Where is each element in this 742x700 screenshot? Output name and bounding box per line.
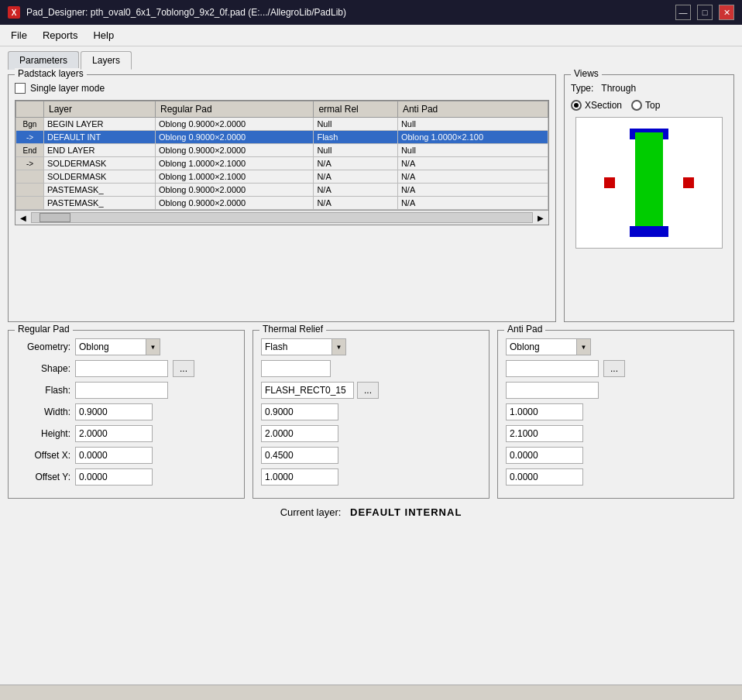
table-row[interactable]: SOLDERMASKOblong 1.0000×2.1000N/AN/A bbox=[16, 170, 548, 184]
table-row[interactable]: BgnBEGIN LAYEROblong 0.9000×2.0000NullNu… bbox=[16, 118, 548, 131]
offsety-row-regular: Offset Y: bbox=[16, 468, 236, 486]
width-input-thermal[interactable] bbox=[261, 403, 338, 420]
geometry-select-arrow-regular[interactable]: ▼ bbox=[146, 339, 160, 355]
row-thermal-cell: Flash bbox=[314, 131, 398, 144]
padstack-layers-label: Padstack layers bbox=[15, 68, 87, 79]
pad-visual bbox=[575, 117, 723, 249]
shape-dots-button-antipad[interactable]: ... bbox=[603, 360, 625, 377]
radio-top[interactable]: Top bbox=[631, 100, 660, 111]
window-controls[interactable]: — □ ✕ bbox=[675, 5, 734, 20]
flash-row-antipad bbox=[506, 382, 726, 399]
menu-help[interactable]: Help bbox=[85, 27, 122, 43]
row-label-cell: End bbox=[16, 144, 44, 157]
row-thermal-cell: N/A bbox=[314, 197, 398, 210]
table-row[interactable]: PASTEMASK_Oblong 0.9000×2.0000N/AN/A bbox=[16, 197, 548, 210]
shape-dots-button-regular[interactable]: ... bbox=[173, 360, 194, 377]
height-input-antipad[interactable] bbox=[506, 425, 583, 442]
offsety-input-antipad[interactable] bbox=[506, 468, 583, 486]
geometry-select-arrow-antipad[interactable]: ▼ bbox=[576, 339, 590, 355]
menu-file[interactable]: File bbox=[3, 27, 35, 43]
table-row[interactable]: ->SOLDERMASKOblong 1.0000×2.1000N/AN/A bbox=[16, 157, 548, 170]
flash-input-antipad[interactable] bbox=[506, 382, 599, 399]
row-regular-pad-cell: Oblong 1.0000×2.1000 bbox=[156, 170, 314, 184]
thermal-relief-group: Thermal Relief Flash ▼ ... bbox=[252, 330, 490, 499]
shape-input-regular[interactable] bbox=[75, 360, 168, 377]
scroll-left-arrow[interactable]: ◀ bbox=[17, 214, 29, 222]
row-antipad-cell: Null bbox=[397, 118, 548, 131]
tab-parameters[interactable]: Parameters bbox=[8, 51, 79, 70]
row-layer-cell: SOLDERMASK bbox=[44, 157, 156, 170]
scroll-right-arrow[interactable]: ▶ bbox=[534, 214, 547, 222]
geometry-select-arrow-thermal[interactable]: ▼ bbox=[331, 339, 345, 355]
maximize-button[interactable]: □ bbox=[697, 5, 713, 20]
window-title: Pad_Designer: pth_oval0_6x1_7oblong0_9x2… bbox=[26, 7, 346, 18]
geometry-select-thermal[interactable]: Flash ▼ bbox=[261, 338, 346, 355]
geometry-select-regular[interactable]: Oblong ▼ bbox=[75, 338, 160, 355]
shape-row-thermal bbox=[261, 360, 481, 377]
single-layer-checkbox[interactable] bbox=[15, 83, 26, 94]
minimize-button[interactable]: — bbox=[675, 5, 691, 20]
layers-table-scroll[interactable]: Layer Regular Pad ermal Rel Anti Pad Bgn… bbox=[15, 101, 548, 210]
offsety-row-antipad bbox=[506, 468, 726, 486]
tab-layers[interactable]: Layers bbox=[81, 51, 132, 70]
flash-dots-button-thermal[interactable]: ... bbox=[357, 382, 379, 399]
offsety-input-regular[interactable] bbox=[75, 468, 153, 486]
table-row[interactable]: ->DEFAULT INTOblong 0.9000×2.0000FlashOb… bbox=[16, 131, 548, 144]
row-layer-cell: PASTEMASK_ bbox=[44, 184, 156, 197]
row-label-cell bbox=[16, 197, 44, 210]
geometry-value-regular: Oblong bbox=[76, 341, 146, 353]
row-thermal-cell: N/A bbox=[314, 157, 398, 170]
row-antipad-cell: N/A bbox=[397, 157, 548, 170]
row-regular-pad-cell: Oblong 0.9000×2.0000 bbox=[156, 184, 314, 197]
horizontal-scrollbar[interactable]: ◀ ▶ bbox=[15, 210, 548, 225]
row-layer-cell: BEGIN LAYER bbox=[44, 118, 156, 131]
top-section: Padstack layers Single layer mode Layer … bbox=[8, 74, 734, 322]
row-antipad-cell: Null bbox=[397, 144, 548, 157]
offsety-input-thermal[interactable] bbox=[261, 468, 338, 486]
views-group-label: Views bbox=[571, 68, 602, 79]
offsetx-input-regular[interactable] bbox=[75, 447, 153, 464]
table-row[interactable]: EndEND LAYEROblong 0.9000×2.0000NullNull bbox=[16, 144, 548, 157]
current-layer-row: Current layer: DEFAULT INTERNAL bbox=[8, 506, 734, 518]
offsetx-label-regular: Offset X: bbox=[16, 450, 70, 461]
flash-input-regular[interactable] bbox=[75, 382, 168, 399]
width-input-antipad[interactable] bbox=[506, 403, 583, 420]
menu-bar: File Reports Help bbox=[0, 25, 742, 46]
shape-input-antipad[interactable] bbox=[506, 360, 599, 377]
row-regular-pad-cell: Oblong 0.9000×2.0000 bbox=[156, 118, 314, 131]
close-button[interactable]: ✕ bbox=[719, 5, 734, 20]
height-row-regular: Height: bbox=[16, 425, 236, 442]
flash-input-thermal[interactable] bbox=[261, 382, 354, 399]
row-antipad-cell: N/A bbox=[397, 197, 548, 210]
row-regular-pad-cell: Oblong 1.0000×2.1000 bbox=[156, 157, 314, 170]
scroll-thumb[interactable] bbox=[40, 213, 70, 222]
main-content: Padstack layers Single layer mode Layer … bbox=[0, 70, 742, 523]
geometry-select-antipad[interactable]: Oblong ▼ bbox=[506, 338, 591, 355]
radio-top-label: Top bbox=[645, 100, 660, 111]
single-layer-row: Single layer mode bbox=[15, 83, 549, 94]
status-bar bbox=[0, 685, 742, 700]
radio-top-btn[interactable] bbox=[631, 100, 642, 111]
col-header-antipad: Anti Pad bbox=[397, 101, 548, 118]
row-label-cell: Bgn bbox=[16, 118, 44, 131]
offsetx-input-thermal[interactable] bbox=[261, 447, 338, 464]
offsetx-input-antipad[interactable] bbox=[506, 447, 583, 464]
shape-input-thermal[interactable] bbox=[261, 360, 331, 377]
table-row[interactable]: PASTEMASK_Oblong 0.9000×2.0000N/AN/A bbox=[16, 184, 548, 197]
radio-xsection[interactable]: XSection bbox=[571, 100, 622, 111]
current-layer-value: DEFAULT INTERNAL bbox=[350, 506, 462, 518]
radio-xsection-btn[interactable] bbox=[571, 100, 582, 111]
row-layer-cell: PASTEMASK_ bbox=[44, 197, 156, 210]
width-row-antipad bbox=[506, 403, 726, 420]
offsety-row-thermal bbox=[261, 468, 481, 486]
col-header-label bbox=[16, 101, 44, 118]
title-bar-left: X Pad_Designer: pth_oval0_6x1_7oblong0_9… bbox=[8, 6, 346, 19]
row-thermal-cell: Null bbox=[314, 118, 398, 131]
height-input-thermal[interactable] bbox=[261, 425, 338, 442]
height-input-regular[interactable] bbox=[75, 425, 153, 442]
scroll-track[interactable] bbox=[31, 212, 533, 223]
menu-reports[interactable]: Reports bbox=[35, 27, 86, 43]
row-layer-cell: DEFAULT INT bbox=[44, 131, 156, 144]
row-label-cell bbox=[16, 184, 44, 197]
width-input-regular[interactable] bbox=[75, 403, 153, 420]
